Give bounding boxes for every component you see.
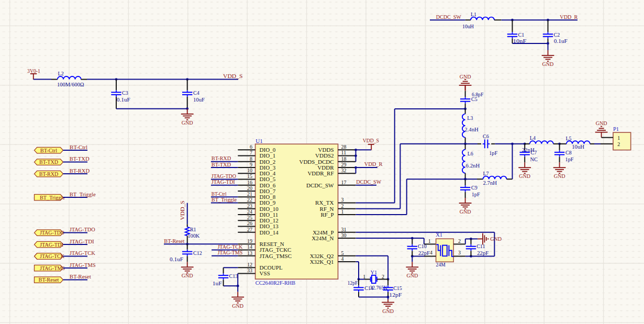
svg-text:VDD_S: VDD_S [180, 200, 185, 220]
svg-text:DCDC_SW: DCDC_SW [436, 14, 461, 20]
svg-text:DIO_0: DIO_0 [260, 147, 276, 153]
svg-text:GND: GND [182, 273, 193, 278]
svg-text:12pF: 12pF [348, 280, 358, 286]
svg-text:DCOUPL: DCOUPL [260, 264, 283, 271]
svg-text:100M/600Ω: 100M/600Ω [57, 82, 84, 87]
svg-text:2.7nH: 2.7nH [483, 180, 497, 186]
svg-text:BT-Ctrl: BT-Ctrl [70, 144, 88, 150]
svg-text:7: 7 [250, 150, 252, 155]
svg-text:BT-Reset: BT-Reset [164, 238, 184, 244]
svg-text:1: 1 [363, 274, 365, 280]
svg-text:10nF: 10nF [513, 38, 527, 44]
svg-text:DIO_7: DIO_7 [260, 188, 276, 194]
svg-text:DIO_10: DIO_10 [260, 206, 279, 212]
svg-text:L3: L3 [467, 115, 473, 121]
svg-text:DIO_1: DIO_1 [260, 152, 276, 159]
svg-text:RX_TX: RX_TX [315, 199, 334, 206]
svg-text:12pF: 12pF [389, 292, 402, 298]
svg-text:25: 25 [247, 215, 252, 220]
svg-text:DIO_13: DIO_13 [260, 223, 279, 229]
svg-text:GND: GND [406, 273, 418, 278]
svg-text:JTAG-TDI: JTAG-TDI [212, 179, 235, 185]
svg-text:RF_N: RF_N [320, 206, 334, 212]
svg-text:JTAG-TDO: JTAG-TDO [40, 230, 64, 236]
svg-text:VDD_S: VDD_S [363, 138, 379, 143]
svg-text:DIO_5: DIO_5 [260, 176, 276, 182]
svg-text:2: 2 [617, 141, 620, 147]
svg-text:BT-TXD: BT-TXD [39, 159, 58, 165]
svg-text:RESET_N: RESET_N [260, 241, 284, 247]
svg-text:1pF: 1pF [565, 157, 574, 162]
svg-text:L5: L5 [565, 136, 571, 141]
svg-text:RF_P: RF_P [320, 211, 334, 218]
svg-text:17: 17 [341, 180, 347, 185]
svg-text:C11: C11 [476, 243, 485, 249]
svg-text:JTAG-TDI: JTAG-TDI [40, 242, 63, 248]
svg-text:29: 29 [341, 162, 347, 167]
svg-text:JTAG-TCK: JTAG-TCK [217, 244, 242, 250]
svg-text:BT-RXD: BT-RXD [39, 171, 59, 177]
svg-text:11: 11 [341, 150, 347, 155]
svg-text:DIO_6: DIO_6 [260, 182, 276, 188]
svg-text:14: 14 [247, 244, 252, 250]
svg-text:4: 4 [430, 250, 432, 255]
svg-text:DIO_9: DIO_9 [260, 199, 276, 206]
svg-text:C2: C2 [554, 32, 560, 38]
svg-text:30: 30 [341, 232, 347, 238]
svg-text:21: 21 [247, 191, 252, 197]
svg-text:GND: GND [554, 173, 565, 179]
svg-text:GND: GND [596, 120, 607, 126]
svg-text:C4: C4 [193, 90, 199, 96]
svg-text:1: 1 [341, 209, 344, 215]
svg-text:BT-Ctrl: BT-Ctrl [40, 148, 58, 153]
svg-text:C13: C13 [229, 273, 238, 279]
svg-text:27: 27 [247, 227, 252, 232]
svg-text:33: 33 [247, 267, 252, 273]
svg-text:22pF: 22pF [477, 250, 488, 256]
svg-text:C10: C10 [418, 243, 427, 249]
svg-text:JTAG-TDO: JTAG-TDO [70, 227, 95, 232]
svg-text:10uH: 10uH [462, 24, 474, 29]
svg-text:P1: P1 [613, 126, 619, 132]
svg-text:X32K_Q1: X32K_Q1 [310, 259, 334, 265]
svg-text:24: 24 [247, 209, 252, 215]
svg-text:JTAG_TMSC: JTAG_TMSC [260, 253, 292, 259]
svg-text:X24M_N: X24M_N [312, 235, 334, 241]
svg-text:1: 1 [428, 238, 431, 244]
svg-text:VDD_R: VDD_R [364, 161, 383, 167]
svg-text:BT-TXD: BT-TXD [212, 162, 231, 167]
svg-text:10uH: 10uH [572, 144, 584, 150]
svg-text:13: 13 [247, 250, 252, 256]
svg-text:Y1: Y1 [370, 270, 377, 275]
svg-text:BT-Reset: BT-Reset [70, 274, 91, 280]
svg-text:10: 10 [247, 167, 252, 173]
svg-text:16: 16 [247, 180, 252, 185]
svg-text:L2: L2 [58, 71, 64, 76]
svg-text:2.4nH: 2.4nH [464, 127, 479, 132]
svg-text:22: 22 [247, 197, 252, 203]
svg-text:0.1uF: 0.1uF [117, 97, 130, 103]
svg-text:2: 2 [341, 203, 344, 209]
svg-text:JTAG-TCK: JTAG-TCK [40, 253, 64, 259]
svg-text:DIO_14: DIO_14 [260, 229, 279, 236]
svg-text:19: 19 [247, 238, 252, 244]
svg-text:BT_Triggle: BT_Triggle [40, 195, 65, 200]
svg-text:GND: GND [519, 173, 530, 179]
svg-text:L4: L4 [530, 135, 536, 141]
svg-text:23: 23 [247, 203, 252, 209]
svg-text:VDDS2: VDDS2 [315, 152, 334, 159]
svg-text:C5: C5 [471, 96, 478, 102]
svg-text:26: 26 [247, 220, 252, 226]
svg-text:GND: GND [460, 74, 471, 80]
svg-text:3V0-1: 3V0-1 [27, 68, 40, 74]
svg-text:12: 12 [247, 262, 252, 267]
svg-text:C9: C9 [471, 185, 478, 191]
svg-text:31: 31 [341, 227, 347, 232]
svg-text:DIO_12: DIO_12 [260, 217, 279, 224]
svg-text:DIO_2: DIO_2 [260, 159, 276, 165]
svg-text:3: 3 [458, 250, 461, 255]
svg-text:1pF: 1pF [472, 192, 480, 197]
svg-text:C15: C15 [393, 285, 402, 291]
svg-text:R1: R1 [190, 227, 196, 232]
svg-text:VSS: VSS [260, 270, 270, 276]
